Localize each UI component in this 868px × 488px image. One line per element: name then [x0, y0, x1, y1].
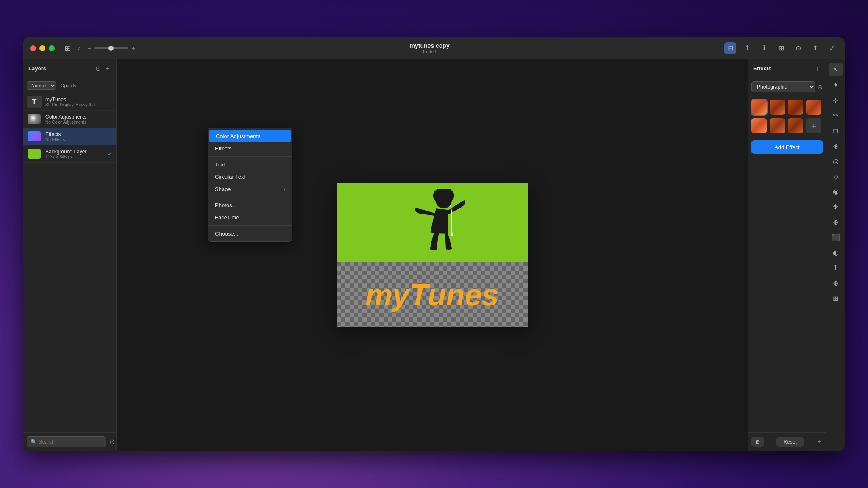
traffic-lights	[30, 45, 55, 51]
dropdown-item-shape-label: Shape	[215, 186, 231, 192]
layer-item-background[interactable]: Background Layer 1137 × 846 px ✓	[23, 145, 116, 163]
titlebar-chevron-icon[interactable]: ∨	[77, 45, 81, 51]
compare-button[interactable]: ⊞	[751, 437, 764, 447]
dropdown-item-circular-text[interactable]: Circular Text	[208, 171, 292, 183]
dropdown-item-effects[interactable]: Effects	[208, 142, 292, 155]
fullscreen-button[interactable]: ⤢	[826, 42, 838, 54]
search-input[interactable]	[39, 439, 102, 445]
dropdown-item-shape[interactable]: Shape ›	[208, 183, 292, 195]
tool-zoom[interactable]: ⊕	[829, 276, 843, 290]
dropdown-item-photos[interactable]: Photos...	[208, 199, 292, 211]
effect-thumb-add[interactable]: ＋	[806, 118, 821, 133]
effects-panel: Effects ＋ Photographic Vivid Dramatic Si…	[748, 59, 826, 451]
dropdown-separator-1	[208, 156, 292, 157]
layers-list: T myTunes SF Pro Display, Heavy Italic C…	[23, 93, 116, 432]
add-effect-button[interactable]: Add Effect	[751, 140, 823, 154]
effects-spacer	[748, 157, 826, 432]
tool-transform[interactable]: ⊞	[829, 291, 843, 305]
effect-thumb-img-7	[788, 118, 803, 133]
tool-brush[interactable]: ✏	[829, 108, 843, 122]
tool-fill[interactable]: ⬛	[829, 230, 843, 244]
duplicate-button[interactable]: ⊞	[775, 42, 787, 54]
tool-crop[interactable]: ⊹	[829, 93, 843, 107]
reset-button[interactable]: Reset	[776, 437, 803, 447]
footer-info-button[interactable]: ＋	[816, 437, 823, 446]
layers-toolbar: Normal Opacity	[23, 78, 116, 93]
effect-thumb-img-2	[770, 100, 785, 115]
effect-thumb-img-3	[788, 100, 803, 115]
dropdown-item-photos-label: Photos...	[215, 202, 236, 208]
layers-add-button[interactable]: ＋	[104, 64, 111, 73]
tool-text[interactable]: T	[829, 261, 843, 274]
zoom-control: − +	[87, 45, 135, 52]
export-button[interactable]: ⤴	[741, 42, 753, 54]
layers-filter-button[interactable]: ⊙	[109, 438, 115, 446]
maximize-button[interactable]	[49, 45, 55, 51]
dropdown-item-circular-label: Circular Text	[215, 174, 245, 180]
tool-color-select[interactable]: ⊕	[829, 215, 843, 229]
zoom-plus-button[interactable]: +	[131, 45, 135, 52]
main-content: Layers ⊙ ＋ Normal Opacity T myTunes	[23, 59, 845, 451]
blend-mode-select[interactable]: Normal	[27, 81, 56, 90]
tool-stamp[interactable]: ◎	[829, 154, 843, 168]
layer-thumb-effects	[27, 130, 42, 142]
canvas-bottom: myTunes	[337, 262, 528, 327]
tool-healing[interactable]: ◈	[829, 139, 843, 152]
close-button[interactable]	[30, 45, 36, 51]
canvas-top	[337, 183, 528, 262]
right-toolbar: ↖ ✦ ⊹ ✏ ◻ ◈ ◎ ◇ ◉ ❋ ⊕ ⬛ ◐ T ⊕ ⊞	[826, 59, 845, 451]
silhouette-svg	[394, 189, 470, 257]
doc-subtitle: Edited	[423, 49, 436, 54]
sidebar-icon: ⊞	[64, 44, 71, 53]
tool-smudge[interactable]: ❋	[829, 200, 843, 214]
dropdown-separator-3	[208, 225, 292, 226]
zoom-slider[interactable]	[94, 47, 128, 49]
tool-magic[interactable]: ✦	[829, 78, 843, 92]
layer-item-effects[interactable]: Effects No Effects	[23, 128, 116, 145]
layer-sub-bg: 1137 × 846 px	[45, 155, 104, 159]
share-arrow-button[interactable]: ⬆	[809, 42, 821, 54]
effect-thumb-4[interactable]	[806, 100, 821, 115]
layer-item-color-adj[interactable]: Color Adjustments No Color Adjustments	[23, 111, 116, 128]
sidebar-toggle-button[interactable]: ⊞	[61, 44, 73, 53]
layers-panel-toggle[interactable]: ⊟	[724, 42, 736, 54]
effect-thumb-7[interactable]	[788, 118, 803, 133]
effects-add-button[interactable]: ＋	[813, 64, 821, 74]
layer-item-mytunes[interactable]: T myTunes SF Pro Display, Heavy Italic	[23, 93, 116, 111]
layer-thumb-bg	[27, 148, 42, 160]
tool-gradient[interactable]: ◐	[829, 246, 843, 259]
zoom-minus-button[interactable]: −	[87, 45, 91, 52]
layer-name-bg: Background Layer	[45, 149, 104, 155]
dropdown-chevron-icon: ›	[284, 187, 285, 192]
zoom-slider-thumb	[108, 46, 114, 51]
dropdown-item-color-adjustments[interactable]: Color Adjustments	[209, 130, 291, 142]
tool-sharpen[interactable]: ◇	[829, 169, 843, 183]
layer-name-color: Color Adjustments	[45, 114, 113, 120]
layers-options-button[interactable]: ⊙	[95, 64, 101, 72]
effects-style-remove-button[interactable]: ⊖	[817, 83, 823, 91]
dropdown-separator-2	[208, 197, 292, 197]
effect-thumb-img-5	[751, 118, 767, 133]
info-button[interactable]: ℹ	[758, 42, 770, 54]
effect-thumb-6[interactable]	[770, 118, 785, 133]
effect-thumb-5[interactable]	[751, 118, 767, 133]
tool-eraser[interactable]: ◻	[829, 124, 843, 137]
dropdown-item-choose[interactable]: Choose...	[208, 227, 292, 240]
layer-sub-effects: No Effects	[45, 137, 113, 142]
share-button[interactable]: ⊙	[792, 42, 804, 54]
compare-icon: ⊞	[756, 439, 760, 445]
effect-thumb-2[interactable]	[770, 100, 785, 115]
layer-name-mytunes: myTunes	[45, 97, 113, 103]
dropdown-item-text[interactable]: Text	[208, 158, 292, 171]
dropdown-menu: Color Adjustments Effects Text Circular …	[208, 128, 292, 242]
dropdown-item-facetime[interactable]: FaceTime...	[208, 211, 292, 224]
tool-select[interactable]: ↖	[829, 63, 843, 76]
minimize-button[interactable]	[39, 45, 45, 51]
doc-title: mytunes copy	[410, 42, 450, 49]
svg-point-2	[450, 233, 453, 236]
layer-sub-mytunes: SF Pro Display, Heavy Italic	[45, 103, 113, 107]
effect-thumb-1[interactable]	[751, 100, 767, 115]
effect-thumb-3[interactable]	[788, 100, 803, 115]
effects-style-select[interactable]: Photographic Vivid Dramatic Silvertone N…	[751, 81, 815, 92]
tool-blur[interactable]: ◉	[829, 185, 843, 198]
